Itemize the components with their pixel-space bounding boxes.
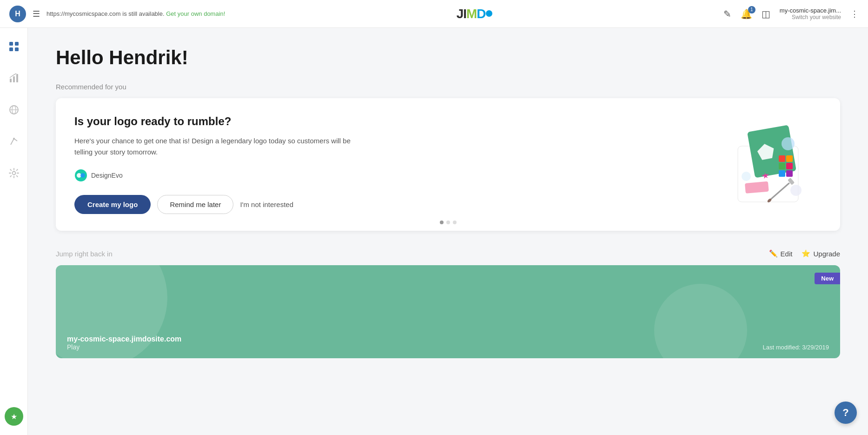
- pages-icon[interactable]: ◫: [762, 8, 770, 20]
- create-logo-button[interactable]: Create my logo: [74, 195, 151, 214]
- site-name: my-cosmic-space.jim...: [780, 7, 841, 14]
- svg-rect-22: [786, 155, 793, 162]
- edit-icon[interactable]: ✎: [723, 8, 731, 20]
- designevo-icon: [74, 169, 87, 182]
- sidebar-item-settings[interactable]: [5, 164, 23, 182]
- svg-rect-25: [779, 170, 785, 177]
- jump-label: Jump right back in: [56, 250, 113, 258]
- sidebar-bottom: ★: [5, 407, 23, 426]
- edit-button[interactable]: ✏️ Edit: [769, 249, 793, 258]
- grid-icon[interactable]: ⋮: [850, 9, 859, 19]
- website-preview-card[interactable]: New my-cosmic-space.jimdosite.com Play L…: [56, 265, 840, 358]
- logo-ji: JI: [457, 7, 466, 21]
- switch-website-label: Switch your website: [780, 14, 841, 20]
- logo-do: D: [477, 7, 485, 21]
- help-button[interactable]: ?: [835, 402, 857, 424]
- website-play: Play: [67, 343, 181, 351]
- sidebar-user-avatar[interactable]: ★: [5, 407, 23, 426]
- svg-rect-6: [16, 74, 18, 82]
- dot-1[interactable]: [440, 221, 444, 224]
- notification-icon[interactable]: 🔔 1: [741, 8, 752, 20]
- rec-card-content: Is your logo ready to rumble? Here's you…: [74, 115, 353, 214]
- new-badge: New: [815, 273, 840, 284]
- nav-right: ✎ 🔔 1 ◫ my-cosmic-space.jim... Switch yo…: [723, 7, 859, 20]
- jump-actions: ✏️ Edit ⭐ Upgrade: [769, 249, 840, 258]
- card-pagination-dots: [440, 221, 457, 224]
- upgrade-star-icon: ⭐: [802, 249, 810, 258]
- recommendation-card: Is your logo ready to rumble? Here's you…: [56, 98, 840, 231]
- svg-rect-23: [779, 163, 785, 169]
- notification-badge: 1: [748, 6, 755, 13]
- remind-later-button[interactable]: Remind me later: [157, 195, 233, 214]
- dot-3[interactable]: [453, 221, 457, 224]
- jimdo-logo: JIMD: [457, 7, 492, 21]
- svg-point-13: [12, 172, 15, 175]
- sidebar-item-stats[interactable]: [5, 69, 23, 87]
- user-avatar[interactable]: H: [9, 6, 26, 22]
- designevo-label: DesignEvo: [91, 172, 123, 179]
- website-card-info: my-cosmic-space.jimdosite.com Play: [67, 335, 181, 351]
- svg-rect-30: [745, 181, 769, 193]
- top-nav: H ☰ https://mycosmicspace.com is still a…: [0, 0, 868, 28]
- logo-m: M: [466, 7, 477, 21]
- svg-rect-1: [15, 42, 19, 46]
- svg-rect-2: [9, 47, 13, 51]
- get-domain-link[interactable]: Get your own domain!: [166, 10, 225, 17]
- logo-illustration: [710, 118, 812, 211]
- svg-rect-4: [10, 79, 12, 82]
- edit-label: Edit: [781, 250, 793, 258]
- recommended-label: Recommended for you: [56, 83, 840, 91]
- svg-rect-24: [786, 163, 793, 169]
- svg-point-32: [742, 172, 751, 181]
- logo-dot: [486, 10, 492, 17]
- svg-point-12: [13, 138, 15, 140]
- page-title: Hello Hendrik!: [56, 47, 840, 69]
- edit-pencil-icon: ✏️: [769, 249, 778, 258]
- upgrade-label: Upgrade: [813, 250, 840, 258]
- svg-point-31: [782, 137, 795, 150]
- svg-line-10: [11, 139, 14, 145]
- not-interested-button[interactable]: I'm not interested: [240, 201, 293, 208]
- svg-point-33: [790, 185, 802, 196]
- svg-rect-26: [786, 170, 793, 177]
- svg-rect-21: [779, 155, 785, 162]
- hamburger-icon[interactable]: ☰: [33, 9, 40, 19]
- main-layout: ★ Hello Hendrik! Recommended for you Is …: [0, 28, 868, 435]
- main-content: Hello Hendrik! Recommended for you Is yo…: [28, 28, 868, 435]
- upgrade-button[interactable]: ⭐ Upgrade: [802, 249, 840, 258]
- svg-point-16: [80, 173, 85, 178]
- dot-2[interactable]: [446, 221, 450, 224]
- website-modified: Last modified: 3/29/2019: [763, 344, 829, 351]
- sidebar: ★: [0, 28, 28, 435]
- jump-section-header: Jump right back in ✏️ Edit ⭐ Upgrade: [56, 249, 840, 258]
- rec-card-actions: Create my logo Remind me later I'm not i…: [74, 195, 353, 214]
- domain-notice: https://mycosmicspace.com is still avail…: [46, 10, 225, 17]
- rec-illustration: [710, 118, 812, 211]
- svg-rect-0: [9, 42, 13, 46]
- sidebar-item-dashboard[interactable]: [5, 37, 23, 56]
- nav-center: JIMD: [232, 7, 716, 21]
- svg-rect-3: [15, 47, 19, 51]
- sidebar-item-seo[interactable]: [5, 100, 23, 119]
- sidebar-item-marketing[interactable]: [5, 132, 23, 151]
- svg-rect-5: [13, 76, 15, 82]
- rec-card-title: Is your logo ready to rumble?: [74, 115, 353, 128]
- website-switcher[interactable]: my-cosmic-space.jim... Switch your websi…: [780, 7, 841, 20]
- nav-left: H ☰ https://mycosmicspace.com is still a…: [9, 6, 225, 22]
- website-name: my-cosmic-space.jimdosite.com: [67, 335, 181, 343]
- designevo-logo: DesignEvo: [74, 169, 353, 182]
- rec-card-description: Here's your chance to get one that is! D…: [74, 135, 353, 158]
- website-card-bottom: my-cosmic-space.jimdosite.com Play Last …: [67, 335, 829, 351]
